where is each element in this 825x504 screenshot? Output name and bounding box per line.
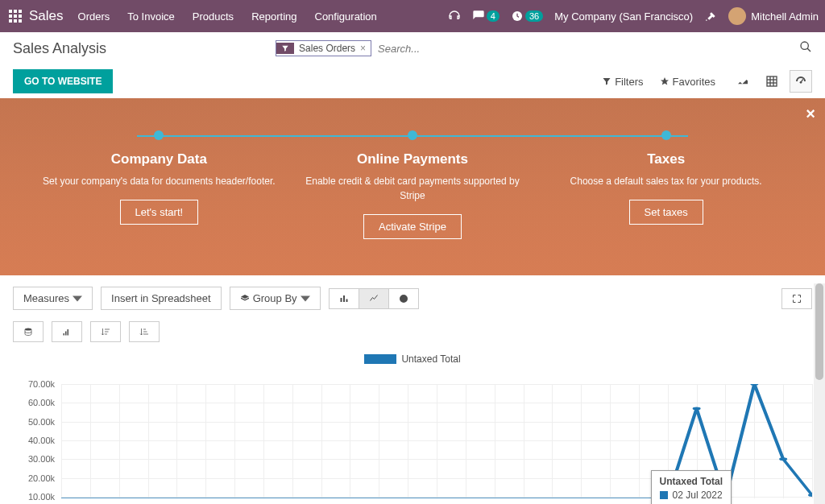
filter-chip-label: Sales Orders (299, 43, 355, 54)
scrollbar-thumb[interactable] (815, 283, 823, 380)
apps-icon[interactable] (6, 7, 24, 25)
dashboard-view-icon[interactable] (790, 70, 812, 93)
filter-chip-sales-orders[interactable]: Sales Orders × (276, 40, 371, 56)
tooltip-date: 02 Jul 2022 (673, 490, 723, 501)
svg-rect-20 (343, 295, 345, 302)
step-title: Online Payments (292, 151, 533, 167)
sort-asc-icon[interactable] (52, 321, 82, 342)
step-desc: Choose a default sales tax for your prod… (545, 174, 787, 188)
measures-label: Measures (23, 292, 69, 304)
search-area: Sales Orders × (276, 39, 662, 58)
svg-rect-1 (14, 10, 17, 13)
step-desc: Set your company's data for documents he… (38, 174, 280, 188)
bar-chart-icon[interactable] (329, 288, 359, 309)
app-brand[interactable]: Sales (29, 8, 64, 24)
subheader: Sales Analysis Sales Orders × (0, 32, 825, 64)
chart: 70.00k60.00k50.00k40.00k30.00k20.00k10.0… (13, 370, 812, 498)
graph-view-icon[interactable] (732, 70, 754, 93)
svg-rect-23 (64, 333, 65, 336)
stacked-icon[interactable] (13, 321, 44, 342)
filter-chip-remove[interactable]: × (360, 43, 366, 54)
chart-type-group (329, 288, 419, 309)
tooltip-swatch (660, 491, 668, 499)
caret-down-icon (301, 294, 310, 304)
svg-point-10 (801, 42, 808, 49)
onboarding-banner: × Company Data Set your company's data f… (0, 98, 825, 275)
activities-badge: 36 (525, 10, 543, 22)
y-tick: 30.00k (28, 454, 55, 464)
debug-icon[interactable] (704, 10, 717, 23)
search-input[interactable] (371, 39, 662, 58)
sort-desc-bars-icon[interactable] (90, 321, 121, 342)
messages-icon[interactable]: 4 (472, 10, 500, 23)
step-desc: Enable credit & debit card payments supp… (292, 174, 533, 203)
y-tick: 50.00k (28, 417, 55, 427)
svg-rect-4 (14, 14, 17, 18)
svg-rect-0 (9, 10, 12, 13)
user-menu[interactable]: Mitchell Admin (728, 7, 819, 25)
y-tick: 70.00k (28, 379, 55, 389)
chart-toolbar-secondary (13, 321, 812, 342)
avatar (728, 7, 746, 25)
svg-line-18 (801, 79, 803, 82)
page-title: Sales Analysis (13, 40, 106, 57)
filters-label: Filters (615, 76, 643, 88)
svg-line-11 (807, 48, 810, 52)
step-title: Company Data (38, 151, 280, 167)
set-taxes-button[interactable]: Set taxes (629, 200, 703, 225)
svg-point-37 (808, 494, 812, 497)
chart-tooltip: Untaxed Total 02 Jul 2022 (651, 470, 732, 504)
step-dot (154, 130, 164, 140)
nav-to-invoice[interactable]: To Invoice (127, 10, 175, 23)
y-tick: 10.00k (28, 492, 55, 502)
group-by-label: Group By (253, 292, 297, 304)
activities-icon[interactable]: 36 (511, 10, 543, 23)
nav-orders[interactable]: Orders (78, 10, 110, 23)
group-by-button[interactable]: Group By (230, 287, 321, 310)
svg-point-36 (779, 457, 787, 461)
pivot-view-icon[interactable] (761, 70, 783, 93)
expand-icon[interactable] (781, 288, 812, 309)
go-to-website-button[interactable]: GO TO WEBSITE (13, 69, 113, 93)
activate-stripe-button[interactable]: Activate Stripe (363, 214, 462, 239)
caret-down-icon (73, 294, 82, 304)
layers-icon (240, 294, 250, 304)
step-dot (408, 130, 417, 140)
svg-rect-5 (19, 14, 22, 18)
svg-point-34 (693, 407, 701, 410)
pie-chart-icon[interactable] (389, 288, 419, 309)
filters-button[interactable]: Filters (602, 76, 643, 88)
content-area: Measures Insert in Spreadsheet Group By … (0, 275, 825, 504)
svg-rect-24 (65, 332, 67, 336)
search-icon[interactable] (799, 40, 812, 56)
svg-point-35 (750, 384, 758, 386)
y-tick: 20.00k (28, 473, 55, 483)
y-tick: 60.00k (28, 398, 55, 407)
banner-step-payments: Online Payments Enable credit & debit ca… (292, 130, 533, 239)
funnel-icon (276, 43, 294, 54)
line-chart-icon[interactable] (359, 288, 389, 309)
tooltip-title: Untaxed Total (660, 476, 723, 487)
svg-rect-7 (14, 19, 17, 23)
svg-point-22 (25, 328, 31, 331)
company-switcher[interactable]: My Company (San Francisco) (554, 10, 693, 23)
top-navbar: Sales Orders To Invoice Products Reporti… (0, 0, 825, 32)
measures-button[interactable]: Measures (13, 287, 93, 310)
chart-legend: Untaxed Total (13, 353, 812, 365)
toolbar: GO TO WEBSITE Filters Favorites (0, 64, 825, 98)
svg-rect-19 (340, 298, 342, 302)
step-title: Taxes (545, 151, 787, 167)
view-switcher (732, 70, 812, 93)
lets-start-button[interactable]: Let's start! (120, 200, 199, 225)
insert-spreadsheet-button[interactable]: Insert in Spreadsheet (101, 287, 222, 310)
favorites-button[interactable]: Favorites (660, 76, 715, 88)
svg-rect-25 (68, 329, 69, 336)
phone-icon[interactable] (448, 10, 461, 23)
nav-configuration[interactable]: Configuration (315, 10, 377, 23)
nav-products[interactable]: Products (193, 10, 234, 23)
legend-swatch (364, 354, 396, 364)
messages-badge: 4 (487, 10, 500, 22)
scrollbar[interactable] (814, 283, 825, 504)
nav-reporting[interactable]: Reporting (251, 10, 296, 23)
sort-asc-bars-icon[interactable] (129, 321, 160, 342)
